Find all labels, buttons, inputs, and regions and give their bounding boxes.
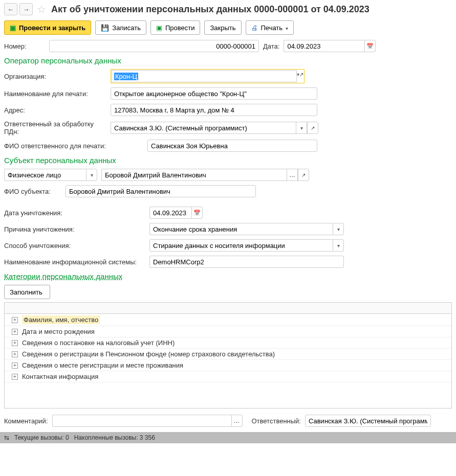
subject-type-input[interactable]: [4, 169, 86, 181]
save-label: Записать: [112, 24, 141, 32]
print-button[interactable]: 🖨 Печать: [246, 20, 294, 35]
close-button[interactable]: Закрыть: [204, 20, 241, 35]
operator-section-title: Оператор персональных данных: [4, 56, 452, 65]
system-label: Наименование информационной системы:: [4, 258, 145, 266]
chevron-down-icon: [337, 226, 340, 232]
reason-input[interactable]: [149, 223, 333, 235]
fio-label: ФИО субъекта:: [4, 188, 61, 195]
page-title: Акт об уничтожении персональных данных 0…: [51, 4, 370, 15]
categories-tree: + Фамилия, имя, отчество + Дата и место …: [4, 302, 452, 409]
tree-item[interactable]: Сведения о постановке на налоговый учет …: [22, 339, 175, 347]
date-calendar-button[interactable]: [364, 40, 376, 52]
open-icon: [311, 125, 315, 131]
number-input[interactable]: [49, 40, 259, 52]
responsible-open-button[interactable]: [307, 122, 318, 134]
tree-header: [5, 303, 451, 314]
org-open-button[interactable]: [299, 70, 303, 82]
reason-dropdown-button[interactable]: [333, 223, 344, 235]
post-and-close-button[interactable]: ▣ Провести и закрыть: [4, 20, 91, 35]
method-label: Способ уничтожения:: [4, 242, 145, 250]
fill-button[interactable]: Заполнить: [4, 285, 50, 299]
open-icon: [299, 70, 303, 78]
responsible-label: Ответственный за обработку ПДн:: [4, 120, 106, 135]
tree-item[interactable]: Контактная информация: [22, 373, 98, 380]
calendar-icon: [366, 43, 374, 50]
fio-input[interactable]: [66, 185, 256, 197]
subject-person-input[interactable]: [101, 169, 287, 181]
org-value-selected: Крон-Ц: [114, 73, 138, 80]
responsible-dropdown-button[interactable]: [296, 122, 307, 134]
tree-item-highlighted[interactable]: Фамилия, имя, отчество: [22, 315, 100, 324]
save-icon: 💾: [101, 24, 109, 32]
nav-back-button[interactable]: ←: [4, 3, 17, 15]
expand-icon[interactable]: +: [12, 329, 18, 335]
save-button[interactable]: 💾 Записать: [95, 20, 146, 35]
print-icon: 🖨: [251, 24, 258, 32]
post-close-icon: ▣: [10, 24, 16, 32]
post-button[interactable]: ▣ Провести: [150, 20, 201, 35]
nav-forward-button[interactable]: →: [19, 3, 33, 15]
resp-print-label: ФИО ответственного для печати:: [4, 142, 143, 150]
org-label: Организация:: [4, 73, 106, 80]
subject-section-title: Субъект персональных данных: [4, 156, 452, 165]
chevron-down-icon: [337, 242, 340, 248]
subject-person-open-button[interactable]: [298, 169, 309, 181]
ellipsis-icon: [234, 417, 240, 424]
print-name-label: Наименование для печати:: [4, 90, 106, 98]
chevron-down-icon: [91, 172, 93, 178]
destruction-date-calendar-button[interactable]: [191, 207, 203, 219]
method-input[interactable]: [149, 239, 333, 252]
print-label: Печать: [261, 24, 283, 32]
resp-print-input[interactable]: [147, 140, 317, 152]
print-name-input[interactable]: [111, 87, 317, 100]
open-icon: [301, 172, 306, 178]
categories-section-link[interactable]: Категории персональных данных: [4, 272, 452, 281]
arrow-right-icon: →: [23, 6, 30, 13]
reason-label: Причина уничтожения:: [4, 225, 145, 233]
tree-item[interactable]: Дата и место рождения: [22, 328, 95, 335]
expand-icon[interactable]: +: [12, 340, 18, 346]
ellipsis-icon: [289, 171, 295, 178]
footer-responsible-label: Ответственный:: [252, 417, 301, 425]
favorite-star-icon[interactable]: ☆: [37, 3, 46, 15]
destruction-date-label: Дата уничтожения:: [4, 209, 145, 217]
expand-icon[interactable]: +: [12, 362, 18, 369]
status-icon: ⇆: [4, 434, 9, 441]
expand-icon[interactable]: +: [12, 374, 18, 380]
subject-type-dropdown-button[interactable]: [86, 169, 97, 181]
comment-input[interactable]: [52, 415, 231, 427]
comment-label: Комментарий:: [4, 417, 48, 425]
system-input[interactable]: [149, 256, 344, 268]
post-close-label: Провести и закрыть: [19, 24, 85, 32]
chevron-down-icon: [300, 125, 303, 131]
date-input[interactable]: [284, 40, 364, 52]
method-dropdown-button[interactable]: [333, 239, 344, 252]
expand-icon[interactable]: +: [12, 351, 18, 357]
arrow-left-icon: ←: [8, 6, 14, 13]
responsible-input[interactable]: [111, 122, 296, 134]
date-label: Дата:: [263, 42, 279, 50]
status-current: Текущие вызовы: 0: [14, 434, 69, 441]
destruction-date-input[interactable]: [149, 207, 191, 219]
status-bar: ⇆ Текущие вызовы: 0 Накопленные вызовы: …: [0, 432, 456, 443]
status-accum: Накопленные вызовы: 3 356: [74, 434, 155, 441]
fill-label: Заполнить: [10, 288, 42, 296]
comment-more-button[interactable]: [231, 415, 243, 427]
footer-responsible-input[interactable]: [305, 415, 431, 427]
org-input[interactable]: Крон-Ц: [112, 70, 297, 82]
number-label: Номер:: [4, 42, 45, 50]
calendar-icon: [193, 210, 201, 216]
address-input[interactable]: [111, 104, 317, 116]
post-icon: ▣: [156, 24, 162, 32]
tree-item[interactable]: Сведения о месте регистрации и месте про…: [22, 361, 183, 369]
subject-person-more-button[interactable]: [287, 169, 298, 181]
tree-item[interactable]: Сведения о регистрации в Пенсионном фонд…: [22, 350, 275, 358]
address-label: Адрес:: [4, 106, 106, 114]
chevron-down-icon: [286, 24, 288, 32]
close-label: Закрыть: [210, 24, 235, 32]
expand-icon[interactable]: +: [12, 317, 18, 323]
post-label: Провести: [165, 24, 195, 32]
